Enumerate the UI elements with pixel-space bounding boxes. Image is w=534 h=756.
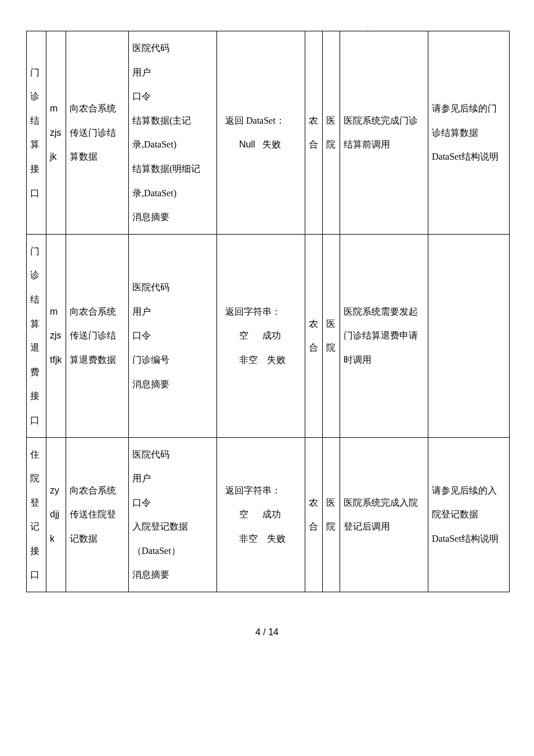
param-item: 口令 (132, 84, 213, 109)
param-item: 口令 (132, 323, 213, 348)
cell-code-1: mzjstfjk (46, 234, 66, 437)
param-item: 结算数据(主记录,DataSet) (132, 109, 213, 157)
cell-desc-1: 向农合系统传送门诊结算退费数据 (66, 234, 129, 437)
return-title: 返回 DataSet： (225, 109, 301, 133)
cell-return-0: 返回 DataSet： Null 失败 (217, 31, 305, 235)
cell-name-2: 住院登记接口 (27, 437, 46, 592)
table-row: 门诊结算退费接口 mzjstfjk 向农合系统传送门诊结算退费数据 医院代码 用… (27, 234, 510, 437)
param-item: 口令 (132, 491, 213, 515)
table-row: 门诊结算接口 mzjsjk 向农合系统传送门诊结算数据 医院代码 用户 口令 结… (27, 31, 510, 235)
cell-when-0: 医院系统完成门诊结算前调用 (340, 31, 428, 235)
param-item: 医院代码 (132, 275, 213, 300)
cell-note-2: 请参见后续的入院登记数据 DataSet结构说明 (428, 437, 510, 592)
param-item: 消息摘要 (132, 563, 213, 587)
cell-provider-1: 农合 (305, 234, 323, 437)
return-line: 非空 失败 (225, 527, 301, 551)
cell-params-0: 医院代码 用户 口令 结算数据(主记录,DataSet) 结算数据(明细记录,D… (129, 31, 217, 235)
param-item: 医院代码 (132, 36, 213, 60)
param-item: 入院登记数据（DataSet） (132, 514, 213, 563)
cell-implementer-1: 医院 (323, 234, 340, 437)
page-footer: 4 / 14 (26, 627, 508, 655)
param-item: 用户 (132, 60, 213, 85)
cell-desc-0: 向农合系统传送门诊结算数据 (66, 31, 129, 235)
param-item: 医院代码 (132, 442, 213, 467)
cell-return-1: 返回字符串： 空 成功 非空 失败 (217, 234, 305, 437)
cell-return-2: 返回字符串： 空 成功 非空 失败 (217, 437, 305, 592)
cell-code-0: mzjsjk (46, 31, 66, 235)
return-title: 返回字符串： (225, 300, 301, 324)
param-item: 消息摘要 (132, 372, 213, 397)
param-item: 用户 (132, 466, 213, 491)
cell-implementer-0: 医院 (323, 31, 340, 235)
page-top-marker: . . (26, 23, 508, 28)
cell-code-2: zydjjk (46, 437, 66, 592)
cell-implementer-2: 医院 (323, 437, 340, 592)
param-item: 用户 (132, 300, 213, 324)
table-row: 住院登记接口 zydjjk 向农合系统传送住院登记数据 医院代码 用户 口令 入… (27, 437, 510, 592)
cell-when-1: 医院系统需要发起门诊结算退费申请时调用 (340, 234, 428, 437)
cell-desc-2: 向农合系统传送住院登记数据 (66, 437, 129, 592)
interface-table: 门诊结算接口 mzjsjk 向农合系统传送门诊结算数据 医院代码 用户 口令 结… (26, 31, 510, 592)
cell-provider-0: 农合 (305, 31, 323, 235)
cell-params-1: 医院代码 用户 口令 门诊编号 消息摘要 (129, 234, 217, 437)
param-item: 结算数据(明细记录,DataSet) (132, 157, 213, 205)
return-line: 非空 失败 (225, 348, 301, 372)
return-line: 空 成功 (225, 502, 301, 527)
param-item: 门诊编号 (132, 348, 213, 372)
cell-name-1: 门诊结算退费接口 (27, 234, 46, 437)
return-title: 返回字符串： (225, 478, 301, 503)
cell-provider-2: 农合 (305, 437, 323, 592)
cell-params-2: 医院代码 用户 口令 入院登记数据（DataSet） 消息摘要 (129, 437, 217, 592)
cell-when-2: 医院系统完成入院登记后调用 (340, 437, 428, 592)
cell-note-0: 请参见后续的门诊结算数据 DataSet结构说明 (428, 31, 510, 235)
return-line: 空 成功 (225, 323, 301, 348)
cell-note-1 (428, 234, 510, 437)
param-item: 消息摘要 (132, 205, 213, 229)
return-line: Null 失败 (225, 132, 301, 157)
cell-name-0: 门诊结算接口 (27, 31, 46, 235)
